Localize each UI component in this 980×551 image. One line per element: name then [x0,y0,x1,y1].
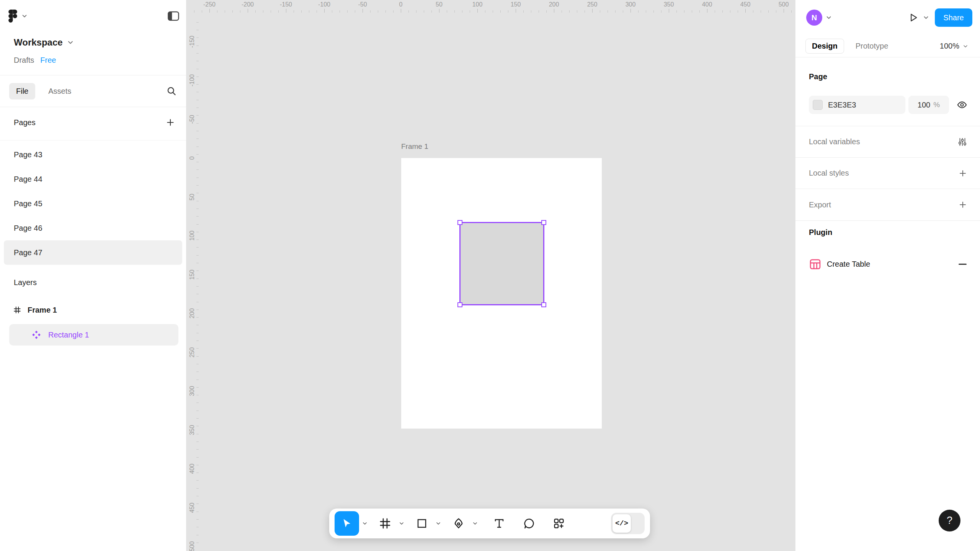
ruler-label: 0 [189,156,196,160]
ruler-label: 500 [768,1,795,8]
layers-section-header: Layers [0,270,186,295]
layer-item-frame-1[interactable]: Frame 1 [0,299,186,321]
divider [0,75,186,75]
selection-handle-top-left[interactable] [457,220,462,225]
breadcrumb-drafts[interactable]: Drafts [14,56,34,65]
figma-logo-icon [8,10,17,23]
local-variables-section[interactable]: Local variables [795,126,980,157]
instance-diamond-icon [31,330,41,340]
pen-tool-icon [452,517,465,530]
frame-tool-button[interactable] [374,513,396,534]
shape-tool-button[interactable] [411,513,433,534]
frame-tool-menu-chevron[interactable] [397,511,407,536]
workspace-selector[interactable]: Workspace [14,34,175,51]
page-item-page-47[interactable]: Page 47 [4,240,182,265]
ruler-label: 400 [692,1,722,8]
main-menu-button[interactable] [8,10,28,23]
page-item-page-46[interactable]: Page 46 [4,216,182,240]
page-fill-opacity: 100 [918,101,930,109]
move-tool-button[interactable] [335,511,359,536]
plugin-header-label: Plugin [809,228,832,237]
export-section[interactable]: Export [795,189,980,220]
ruler-label: 250 [577,1,608,8]
pen-tool-menu-chevron[interactable] [470,511,480,536]
avatar[interactable]: N [806,10,822,26]
pages-header-label: Pages [14,118,36,127]
visibility-eye-icon[interactable] [957,99,967,110]
text-tool-button[interactable] [488,513,510,534]
mode-tabs: Design Prototype 100% [795,35,980,57]
zoom-selector[interactable]: 100% [940,42,969,51]
toggle-sidebar-button[interactable] [168,11,179,21]
page-header-label: Page [809,72,827,81]
horizontal-ruler[interactable]: -250-200-150-100-50050100150200250300350… [186,0,795,13]
chevron-down-icon [21,13,28,20]
ruler-label: 150 [500,1,531,8]
figma-app: Workspace Drafts Free File Assets Pages [0,0,980,551]
rectangle-1-selected[interactable] [459,222,544,305]
page-item-page-43[interactable]: Page 43 [4,142,182,167]
ruler-label: -250 [194,1,225,8]
add-export-button[interactable] [958,200,967,209]
workspace-name: Workspace [14,37,63,48]
create-table-icon [809,258,822,271]
search-icon[interactable] [166,86,177,96]
actions-tool-button[interactable] [548,513,570,534]
divider [795,220,980,221]
add-page-button[interactable] [165,117,175,127]
tab-prototype[interactable]: Prototype [856,42,889,51]
ruler-label: 350 [653,1,684,8]
help-button[interactable]: ? [939,510,960,531]
page-item-page-45[interactable]: Page 45 [4,191,182,216]
local-styles-section[interactable]: Local styles [795,158,980,189]
tab-design[interactable]: Design [805,39,844,54]
ruler-label: 250 [189,347,196,357]
canvas[interactable]: Frame 1 -250-200-150-100-500501001502002… [186,0,795,551]
ruler-label: 150 [189,269,196,280]
move-tool-menu-chevron[interactable] [360,511,370,536]
ruler-label: -150 [271,1,301,8]
divider [0,140,186,140]
present-button[interactable] [908,12,919,23]
ruler-label: 300 [189,386,196,396]
plan-badge-free[interactable]: Free [40,56,56,65]
ruler-label: 500 [189,541,196,551]
export-label: Export [809,201,831,209]
selection-handle-bottom-left[interactable] [457,302,462,307]
dev-mode-toggle[interactable]: </> [611,513,645,534]
logo-row [8,5,179,28]
pen-tool-button[interactable] [448,513,469,534]
plugin-item-create-table[interactable]: Create Table [795,253,980,275]
page-item-page-44[interactable]: Page 44 [4,167,182,191]
divider [0,107,186,107]
layer-item-rectangle-1[interactable]: Rectangle 1 [9,324,178,346]
frame-title-label[interactable]: Frame 1 [401,142,428,151]
page-fill-input[interactable]: E3E3E3 [809,96,905,114]
tab-file[interactable]: File [9,83,35,99]
actions-grid-icon [553,517,565,530]
variables-sliders-icon[interactable] [957,137,967,147]
avatar-menu-chevron[interactable] [825,14,832,21]
tab-assets[interactable]: Assets [48,87,71,96]
canvas-toolbar: </> [329,509,650,538]
add-style-button[interactable] [958,169,967,178]
comment-tool-button[interactable] [518,513,540,534]
page-opacity-input[interactable]: 100 % [908,96,949,114]
pages-list: Page 43Page 44Page 45Page 46Page 47 [0,142,186,265]
ruler-label: 50 [424,1,454,8]
present-menu-chevron[interactable] [923,14,929,21]
shape-tool-menu-chevron[interactable] [433,511,443,536]
remove-plugin-button[interactable] [957,259,967,269]
breadcrumb: Drafts Free [14,54,56,66]
share-button[interactable]: Share [935,8,972,27]
color-swatch[interactable] [813,100,823,110]
right-sidebar-top: N Share [795,0,980,35]
layer-label-rectangle-1: Rectangle 1 [48,331,89,339]
selection-handle-bottom-right[interactable] [541,302,546,307]
selection-handle-top-right[interactable] [541,220,546,225]
minus-icon [959,264,967,265]
cursor-icon [341,518,353,529]
vertical-ruler[interactable]: -150-100-5005010015020025030035040045050… [186,0,199,551]
ruler-label: 200 [539,1,569,8]
right-sidebar: N Share Design Prototype 100% [795,0,980,551]
